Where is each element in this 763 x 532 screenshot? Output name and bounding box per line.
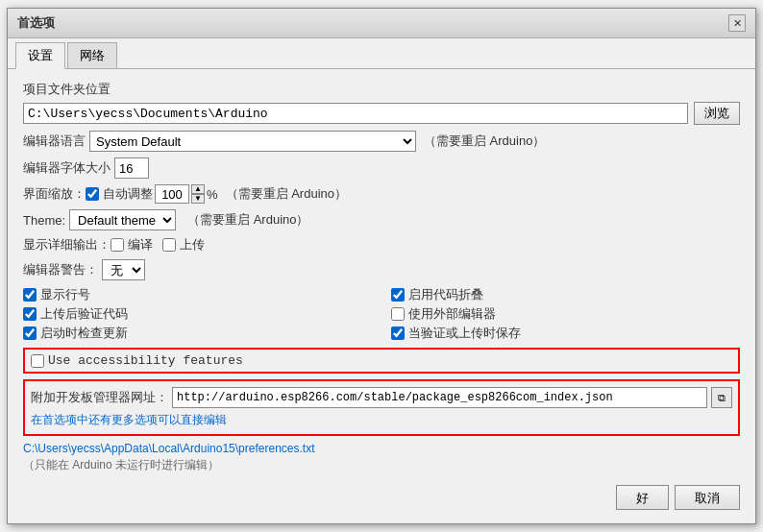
prefs-path[interactable]: C:\Users\yecss\AppData\Local\Arduino15\p… bbox=[23, 442, 740, 455]
zoom-label: 界面缩放： bbox=[23, 185, 86, 203]
theme-row: Theme: Default theme （需要重启 Arduino） bbox=[23, 209, 740, 230]
show-line-numbers-label: 显示行号 bbox=[40, 286, 90, 303]
compiler-warn-select[interactable]: 无 bbox=[102, 259, 145, 280]
use-external-editor-item: 使用外部编辑器 bbox=[391, 305, 740, 323]
check-updates-label: 启动时检查更新 bbox=[40, 325, 128, 342]
zoom-up-button[interactable]: ▲ bbox=[191, 184, 205, 194]
verbose-compile-checkbox[interactable] bbox=[111, 238, 124, 252]
title-bar: 首选项 ✕ bbox=[8, 9, 755, 38]
project-folder-row: 浏览 bbox=[23, 102, 740, 125]
browse-button[interactable]: 浏览 bbox=[694, 102, 740, 125]
zoom-auto-label: 自动调整 bbox=[103, 185, 153, 203]
check-updates-checkbox[interactable] bbox=[23, 326, 37, 340]
zoom-down-button[interactable]: ▼ bbox=[191, 194, 205, 204]
theme-note: （需要重启 Arduino） bbox=[187, 211, 308, 229]
accessibility-row: Use accessibility features bbox=[23, 348, 740, 374]
board-url-input[interactable] bbox=[172, 387, 707, 408]
verbose-upload-label: 上传 bbox=[180, 236, 205, 254]
zoom-spinner: ▲ ▼ bbox=[191, 184, 205, 204]
editor-font-label: 编辑器字体大小 bbox=[23, 159, 111, 177]
enable-code-folding-label: 启用代码折叠 bbox=[408, 286, 483, 303]
settings-content: 项目文件夹位置 浏览 编辑器语言 System Default （需要重启 Ar… bbox=[8, 69, 755, 523]
button-row: 好 取消 bbox=[23, 481, 740, 512]
verbose-label: 显示详细输出： bbox=[23, 236, 111, 254]
board-manager-label: 附加开发板管理器网址： bbox=[31, 389, 168, 406]
ok-button[interactable]: 好 bbox=[616, 485, 669, 510]
tab-network[interactable]: 网络 bbox=[67, 42, 117, 68]
verbose-compile-label: 编译 bbox=[128, 236, 153, 254]
zoom-percent: % bbox=[207, 187, 218, 202]
check-updates-item: 启动时检查更新 bbox=[23, 325, 372, 342]
upload-verify-checkbox[interactable] bbox=[23, 307, 37, 321]
tab-settings[interactable]: 设置 bbox=[15, 42, 65, 69]
compiler-warn-row: 编辑器警告： 无 bbox=[23, 259, 740, 280]
zoom-input[interactable] bbox=[155, 184, 189, 204]
close-button[interactable]: ✕ bbox=[728, 14, 746, 32]
use-external-editor-label: 使用外部编辑器 bbox=[408, 305, 496, 323]
board-manager-section: 附加开发板管理器网址： ⧉ 在首选项中还有更多选项可以直接编辑 bbox=[23, 379, 740, 436]
save-on-verify-checkbox[interactable] bbox=[391, 326, 405, 340]
zoom-row: 界面缩放： 自动调整 ▲ ▼ % （需要重启 Arduino） bbox=[23, 184, 740, 204]
theme-label: Theme: bbox=[23, 213, 65, 228]
upload-verify-label: 上传后验证代码 bbox=[40, 305, 128, 323]
theme-select[interactable]: Default theme bbox=[69, 209, 176, 230]
verbose-upload-checkbox[interactable] bbox=[162, 238, 176, 252]
board-url-open-button[interactable]: ⧉ bbox=[711, 387, 732, 408]
cancel-button[interactable]: 取消 bbox=[675, 485, 740, 510]
upload-verify-item: 上传后验证代码 bbox=[23, 305, 372, 323]
enable-code-folding-item: 启用代码折叠 bbox=[391, 286, 740, 303]
editor-font-input[interactable] bbox=[114, 157, 149, 179]
show-line-numbers-item: 显示行号 bbox=[23, 286, 372, 303]
preferences-dialog: 首选项 ✕ 设置 网络 项目文件夹位置 浏览 编辑器语言 System Defa… bbox=[7, 8, 756, 524]
save-on-verify-item: 当验证或上传时保存 bbox=[391, 325, 740, 342]
project-folder-input[interactable] bbox=[23, 103, 688, 124]
save-on-verify-label: 当验证或上传时保存 bbox=[408, 325, 521, 342]
hint-text[interactable]: 在首选项中还有更多选项可以直接编辑 bbox=[31, 412, 732, 428]
zoom-note: （需要重启 Arduino） bbox=[226, 185, 347, 203]
compiler-warn-label: 编辑器警告： bbox=[23, 261, 98, 278]
editor-lang-label: 编辑器语言 bbox=[23, 133, 86, 150]
edit-note: （只能在 Arduino 未运行时进行编辑） bbox=[23, 457, 740, 473]
accessibility-label: Use accessibility features bbox=[48, 353, 243, 368]
verbose-row: 显示详细输出： 编译 上传 bbox=[23, 236, 740, 254]
board-url-row: 附加开发板管理器网址： ⧉ bbox=[31, 387, 732, 408]
tabs-bar: 设置 网络 bbox=[8, 38, 755, 69]
zoom-auto-checkbox[interactable] bbox=[86, 187, 99, 201]
accessibility-checkbox[interactable] bbox=[31, 354, 44, 368]
editor-lang-note: （需要重启 Arduino） bbox=[424, 133, 545, 150]
show-line-numbers-checkbox[interactable] bbox=[23, 288, 37, 302]
editor-lang-row: 编辑器语言 System Default （需要重启 Arduino） bbox=[23, 131, 740, 152]
dialog-title: 首选项 bbox=[17, 14, 55, 32]
enable-code-folding-checkbox[interactable] bbox=[391, 288, 405, 302]
checkboxes-grid: 显示行号 启用代码折叠 上传后验证代码 使用外部编辑器 启动时检查更新 当验证或… bbox=[23, 286, 740, 342]
use-external-editor-checkbox[interactable] bbox=[391, 307, 405, 321]
editor-font-row: 编辑器字体大小 bbox=[23, 157, 740, 179]
project-folder-label: 项目文件夹位置 bbox=[23, 81, 740, 98]
editor-lang-select[interactable]: System Default bbox=[89, 131, 416, 152]
